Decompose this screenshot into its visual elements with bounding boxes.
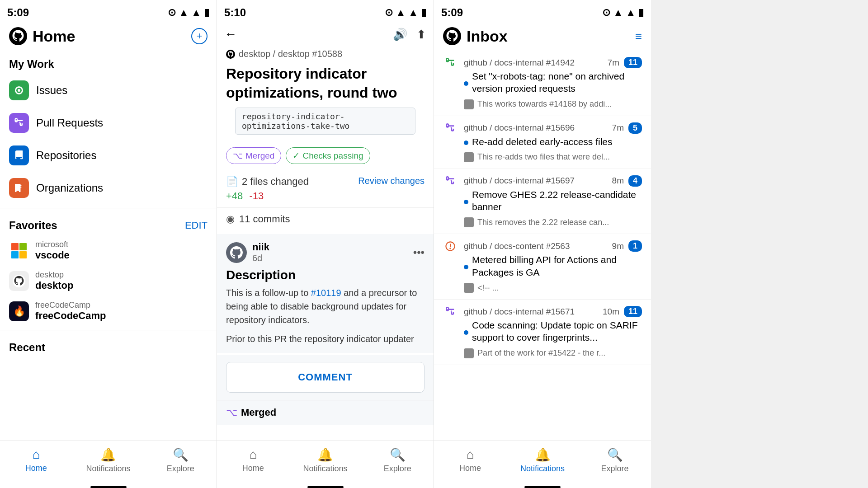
- notif-avatar-2: [464, 217, 474, 227]
- comment-body-2: Prior to this PR the repository indicato…: [226, 332, 425, 346]
- tab-home-right[interactable]: ⌂ Home: [434, 445, 506, 476]
- recent-label: Recent: [0, 334, 217, 357]
- sidebar-item-repositories[interactable]: Repositories: [0, 139, 217, 172]
- tab-explore-middle[interactable]: 🔍 Explore: [361, 445, 434, 476]
- status-time-right: 5:09: [441, 6, 463, 19]
- notification-item-3[interactable]: github / docs-content #2563 9m 1 Metered…: [434, 234, 651, 300]
- notif-meta-4: github / docs-internal #15671 10m 11: [464, 306, 642, 317]
- diff-stats: +48 -13: [217, 189, 434, 207]
- notif-preview-4: Part of the work for #15422 - the r...: [464, 348, 642, 358]
- commits-icon: ◉: [226, 213, 235, 225]
- diff-remove: -13: [249, 190, 264, 202]
- pr-description-section: niik 6d ••• Description This is a follow…: [217, 234, 434, 353]
- notif-preview-1: This re-adds two files that were del...: [464, 152, 642, 162]
- home-indicator-left: [90, 486, 127, 488]
- notif-pr-icon-1: [443, 122, 458, 133]
- battery-icon: ▮: [204, 7, 209, 19]
- notif-pr-icon-2: [443, 175, 458, 186]
- notification-item-1[interactable]: github / docs-internal #15696 7m 5 Re-ad…: [434, 116, 651, 169]
- notif-dot-3: [464, 265, 468, 269]
- sidebar-item-issues[interactable]: Issues: [0, 74, 217, 107]
- notification-item-4[interactable]: github / docs-internal #15671 10m 11 Cod…: [434, 300, 651, 365]
- home-indicator-right: [524, 486, 561, 488]
- empty-space: [651, 0, 868, 488]
- filter-icon[interactable]: ≡: [635, 29, 642, 43]
- check-icon: ✓: [292, 150, 300, 161]
- share-icon[interactable]: ⬆: [416, 28, 426, 42]
- notif-content-1: github / docs-internal #15696 7m 5 Re-ad…: [464, 122, 642, 162]
- tab-explore-left[interactable]: 🔍 Explore: [144, 445, 217, 476]
- vscode-org: microsoft: [35, 240, 70, 249]
- signal-right: ▲: [626, 7, 636, 19]
- inbox-title: Inbox: [467, 28, 508, 45]
- desktop-icon: [9, 271, 29, 291]
- notif-repo-4: github / docs-internal #15671: [464, 307, 575, 317]
- review-changes-button[interactable]: Review changes: [358, 176, 425, 186]
- notif-title-2: Remove GHES 2.22 release-candidate banne…: [472, 188, 642, 213]
- divider-2: [0, 330, 217, 330]
- svg-point-0: [9, 27, 27, 45]
- volume-icon[interactable]: 🔊: [393, 28, 407, 42]
- notif-dot-1: [464, 141, 468, 145]
- notif-title-4: Code scanning: Update topic on SARIF sup…: [472, 319, 642, 344]
- favorite-freecodecamp[interactable]: 🔥 freeCodeCamp freeCodeCamp: [0, 296, 217, 326]
- sidebar-item-organizations[interactable]: Organizations: [0, 172, 217, 204]
- tab-notifications-left[interactable]: 🔔 Notifications: [72, 445, 145, 476]
- pr-title: Repository indicator optimizations, roun…: [217, 63, 434, 108]
- merged-badge: ⌥ Merged: [226, 147, 281, 164]
- comment-button[interactable]: COMMENT: [226, 362, 425, 393]
- left-panel: 5:09 ⊙ ▲ ▲ ▮ Home + My Work Issues: [0, 0, 217, 488]
- description-title: Description: [226, 268, 425, 282]
- notif-count-3: 1: [628, 240, 642, 252]
- comment-author-time: 6d: [252, 253, 262, 263]
- diff-add: +48: [226, 190, 243, 202]
- notif-avatar-4: [464, 348, 474, 358]
- notif-preview-3: <!-- ...: [464, 283, 642, 293]
- merged-footer-text: Merged: [241, 407, 276, 418]
- notif-content-2: github / docs-internal #15697 8m 4 Remov…: [464, 175, 642, 228]
- sidebar-item-pull-requests[interactable]: Pull Requests: [0, 107, 217, 139]
- favorites-title: Favorites: [9, 219, 57, 232]
- my-work-label: My Work: [0, 51, 217, 74]
- favorite-desktop[interactable]: desktop desktop: [0, 266, 217, 296]
- svg-point-8: [450, 249, 450, 249]
- tab-home-middle[interactable]: ⌂ Home: [217, 445, 289, 476]
- inbox-header: Inbox ≡: [434, 23, 651, 51]
- notif-meta-2: github / docs-internal #15697 8m 4: [464, 175, 642, 187]
- tab-notifications-middle[interactable]: 🔔 Notifications: [289, 445, 362, 476]
- file-icon: 📄: [226, 176, 238, 188]
- notif-time-4: 10m: [603, 307, 619, 317]
- explore-tab-icon-middle: 🔍: [390, 447, 406, 462]
- status-icons-right: ⊙ ▲ ▲ ▮: [602, 7, 644, 19]
- status-time-middle: 5:10: [224, 6, 246, 19]
- status-bar-right: 5:09 ⊙ ▲ ▲ ▮: [434, 0, 651, 23]
- tab-bar-middle: ⌂ Home 🔔 Notifications 🔍 Explore: [217, 441, 434, 483]
- pr-branch-name: repository-indicator-optimizations-take-…: [235, 108, 415, 135]
- edit-button[interactable]: EDIT: [185, 220, 208, 231]
- pr-link[interactable]: #10119: [311, 288, 341, 298]
- notification-item-2[interactable]: github / docs-internal #15697 8m 4 Remov…: [434, 169, 651, 235]
- favorite-vscode[interactable]: microsoft vscode: [0, 235, 217, 266]
- more-options-button[interactable]: •••: [413, 246, 425, 259]
- pr-badges: ⌥ Merged ✓ Checks passing: [217, 147, 434, 171]
- notif-title-0: Set "x-robots-tag: none" on archived ver…: [472, 70, 642, 95]
- commits-label: 11 commits: [239, 213, 290, 225]
- back-button[interactable]: ←: [224, 27, 237, 42]
- desktop-org: desktop: [35, 270, 73, 280]
- add-button[interactable]: +: [191, 28, 208, 44]
- inbox-header-left: Inbox: [443, 27, 508, 45]
- github-small-icon: [226, 50, 235, 59]
- notifications-tab-label-middle: Notifications: [303, 464, 347, 474]
- battery-middle: ▮: [421, 7, 426, 19]
- comment-author-name: niik: [252, 241, 269, 253]
- notif-preview-text-0: This works towards #14168 by addi...: [477, 99, 612, 109]
- tab-notifications-right[interactable]: 🔔 Notifications: [506, 445, 579, 476]
- notifications-tab-label-right: Notifications: [520, 464, 565, 474]
- repo-path: desktop / desktop #10588: [239, 49, 342, 59]
- issues-label: Issues: [36, 84, 67, 97]
- notification-item-0[interactable]: github / docs-internal #14942 7m 11 Set …: [434, 51, 651, 116]
- tab-explore-right[interactable]: 🔍 Explore: [579, 445, 651, 476]
- home-tab-label-middle: Home: [242, 464, 264, 473]
- svg-point-5: [443, 27, 461, 45]
- tab-home-left[interactable]: ⌂ Home: [0, 445, 72, 476]
